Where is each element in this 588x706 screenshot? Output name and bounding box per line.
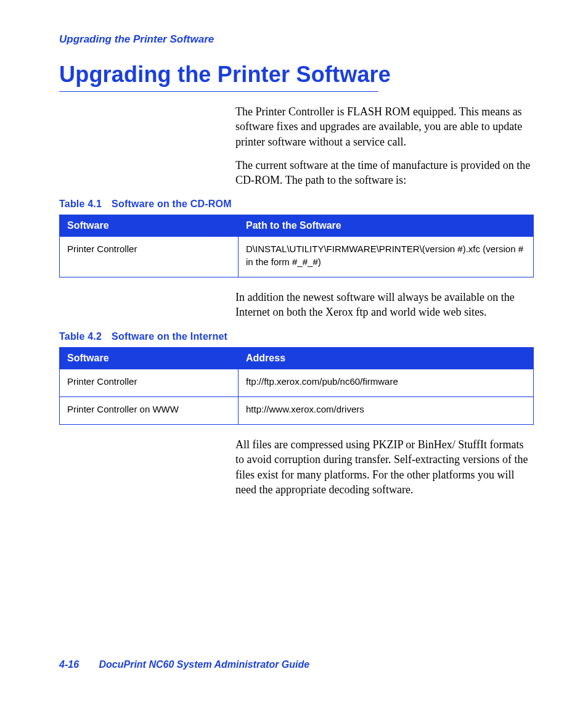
table-1-header-path: Path to the Software	[239, 215, 534, 237]
table-2-title: Software on the Internet	[112, 331, 227, 342]
table-1-caption: Table 4.1Software on the CD-ROM	[59, 199, 533, 210]
table-1-row-0-path: D\INSTAL\UTILITY\FIRMWARE\PRINTER\(versi…	[239, 237, 534, 277]
table-2-header-address: Address	[239, 347, 534, 369]
table-row: Printer Controller ftp://ftp.xerox.com/p…	[60, 369, 534, 396]
table-row: Printer Controller D\INSTAL\UTILITY\FIRM…	[60, 237, 534, 277]
running-header: Upgrading the Printer Software	[59, 33, 533, 46]
table-2-row-1-address: http://www.xerox.com/drivers	[239, 396, 534, 424]
table-2-header-software: Software	[60, 347, 239, 369]
table-cdrom: Software Path to the Software Printer Co…	[59, 215, 534, 277]
table-1-title: Software on the CD-ROM	[112, 199, 232, 209]
table-1-number: Table 4.1	[59, 199, 102, 209]
paragraph-4: All files are compressed using PKZIP or …	[235, 437, 533, 497]
table-internet: Software Address Printer Controller ftp:…	[59, 347, 534, 425]
table-1-header-software: Software	[60, 215, 239, 237]
table-1-row-0-software: Printer Controller	[60, 237, 239, 277]
table-header-row: Software Path to the Software	[60, 215, 534, 237]
table-2-caption: Table 4.2Software on the Internet	[59, 331, 533, 342]
paragraph-3: In addition the newest software will alw…	[235, 290, 533, 320]
table-2-number: Table 4.2	[59, 331, 102, 342]
page-footer: 4-16 DocuPrint NC60 System Administrator…	[59, 659, 309, 670]
footer-doc-title: DocuPrint NC60 System Administrator Guid…	[99, 659, 309, 670]
paragraph-1: The Printer Controller is FLASH ROM equi…	[235, 104, 533, 149]
table-2-row-0-software: Printer Controller	[60, 369, 239, 396]
table-row: Printer Controller on WWW http://www.xer…	[60, 396, 534, 424]
title-rule	[59, 91, 378, 92]
page-title: Upgrading the Printer Software	[59, 62, 533, 88]
table-2-row-1-software: Printer Controller on WWW	[60, 396, 239, 424]
page-number: 4-16	[59, 659, 79, 670]
table-header-row: Software Address	[60, 347, 534, 369]
table-2-row-0-address: ftp://ftp.xerox.com/pub/nc60/firmware	[239, 369, 534, 396]
paragraph-2: The current software at the time of manu…	[235, 158, 533, 188]
